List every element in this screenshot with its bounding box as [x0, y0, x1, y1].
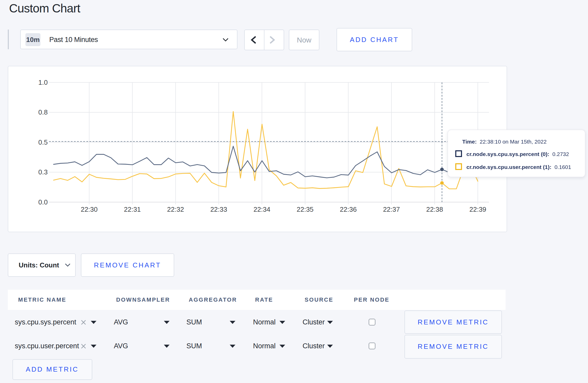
svg-text:1.0: 1.0 — [38, 78, 48, 86]
svg-text:0.0: 0.0 — [38, 198, 48, 206]
svg-text:22:37: 22:37 — [383, 205, 400, 213]
svg-text:22:31: 22:31 — [124, 205, 141, 213]
svg-text:0.3: 0.3 — [38, 168, 48, 176]
svg-text:0.5: 0.5 — [38, 138, 48, 146]
svg-text:22:34: 22:34 — [254, 205, 270, 213]
svg-text:22:35: 22:35 — [297, 205, 313, 213]
svg-text:22:30: 22:30 — [81, 205, 97, 213]
svg-text:22:39: 22:39 — [470, 205, 486, 213]
svg-text:22:36: 22:36 — [340, 205, 357, 213]
svg-text:22:32: 22:32 — [167, 205, 184, 213]
svg-text:22:38: 22:38 — [426, 205, 443, 213]
svg-text:0.8: 0.8 — [38, 108, 48, 116]
svg-text:22:33: 22:33 — [210, 205, 227, 213]
